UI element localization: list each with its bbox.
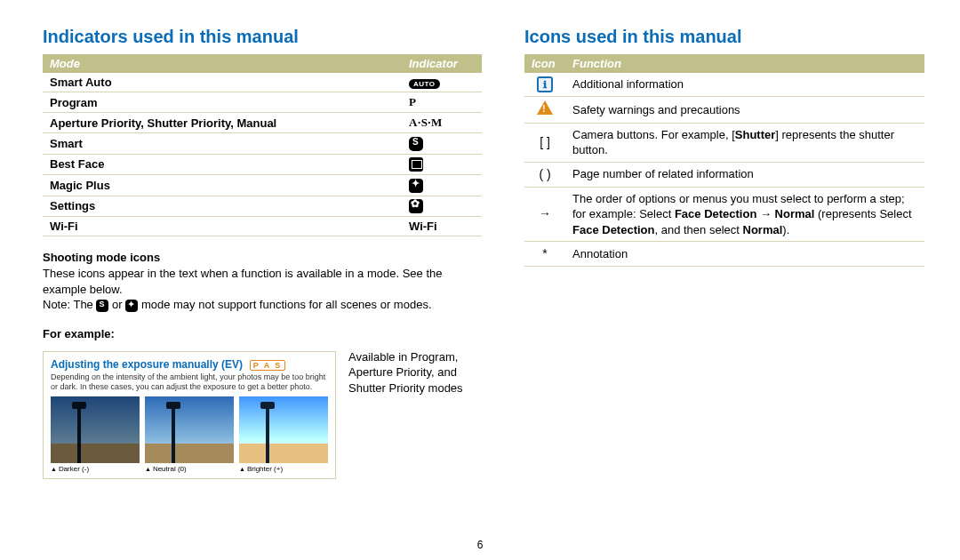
table-row: ProgramP: [43, 92, 482, 113]
left-column: Indicators used in this manual Mode Indi…: [43, 27, 482, 479]
note-mid: or: [112, 298, 125, 311]
shooting-mode-heading: Shooting mode icons: [43, 251, 482, 264]
settings-icon: [409, 199, 423, 213]
function-cell: Page number of related information: [565, 162, 924, 187]
function-cell: Annotation: [565, 242, 924, 267]
symbol-icon: →: [539, 206, 551, 220]
table-row: ( )Page number of related information: [524, 162, 924, 187]
thumb-caption: Neutral (0): [145, 465, 234, 473]
example-subtext: Depending on the intensity of the ambien…: [51, 372, 328, 392]
example-thumb: Darker (-): [51, 396, 140, 473]
th-mode: Mode: [43, 54, 402, 73]
thumb-caption: Darker (-): [51, 465, 140, 473]
example-thumb: Neutral (0): [145, 396, 234, 473]
table-row: Magic Plus: [43, 175, 482, 196]
icon-cell: ( ): [524, 162, 565, 187]
indicator-cell: AUTO: [402, 73, 482, 92]
right-column: Icons used in this manual Icon Function …: [524, 27, 924, 479]
function-cell: Additional information: [565, 73, 924, 97]
mode-cell: Magic Plus: [43, 175, 402, 196]
mode-cell: Best Face: [43, 154, 402, 175]
indicator-cell: Wi-Fi: [402, 217, 482, 236]
function-cell: Safety warnings and precautions: [565, 97, 924, 124]
thumb-caption: Brighter (+): [239, 465, 328, 473]
symbol-icon: [ ]: [540, 135, 550, 149]
th-icon: Icon: [524, 54, 565, 73]
mode-cell: Smart Auto: [43, 73, 402, 92]
icons-table: Icon Function ℹAdditional informationSaf…: [524, 54, 924, 267]
warning-icon: [537, 100, 553, 115]
icon-cell: [ ]: [524, 123, 565, 162]
icon-cell: ℹ: [524, 73, 565, 97]
example-note: Available in Program, Aperture Priority,…: [348, 346, 482, 396]
magicplus-icon: [409, 179, 423, 193]
thumb-image: [51, 396, 140, 463]
table-row: Safety warnings and precautions: [524, 97, 924, 124]
table-row: ℹAdditional information: [524, 73, 924, 97]
mode-cell: Settings: [43, 196, 402, 217]
note-post: mode may not support functions for all s…: [141, 298, 432, 311]
table-row: Settings: [43, 196, 482, 217]
indicator-cell: A·S·M: [402, 113, 482, 133]
mode-glyph: A·S·M: [409, 116, 443, 129]
shooting-mode-note: Note: The or mode may not support functi…: [43, 297, 482, 313]
example-badge: P A S: [250, 360, 286, 371]
table-row: Smart: [43, 133, 482, 155]
table-row: Wi-FiWi-Fi: [43, 217, 482, 236]
icons-heading: Icons used in this manual: [524, 27, 924, 47]
symbol-icon: ( ): [539, 167, 550, 181]
table-row: Aperture Priority, Shutter Priority, Man…: [43, 113, 482, 133]
indicator-cell: [402, 133, 482, 155]
page-number: 6: [0, 539, 960, 551]
magic-plus-icon: [125, 300, 138, 312]
symbol-icon: *: [542, 246, 547, 260]
mode-cell: Wi-Fi: [43, 217, 402, 236]
function-cell: The order of options or menus you must s…: [565, 187, 924, 242]
indicator-cell: [402, 196, 482, 217]
auto-icon: AUTO: [409, 79, 440, 89]
indicator-cell: P: [402, 92, 482, 113]
bestface-icon: [409, 157, 423, 172]
info-icon: ℹ: [537, 76, 553, 92]
mode-cell: Program: [43, 92, 402, 113]
example-box: Adjusting the exposure manually (EV) P A…: [43, 351, 336, 480]
mode-cell: Aperture Priority, Shutter Priority, Man…: [43, 113, 402, 133]
shooting-mode-p1: These icons appear in the text when a fu…: [43, 266, 482, 297]
example-thumb: Brighter (+): [239, 396, 328, 473]
th-function: Function: [565, 54, 924, 73]
table-row: Best Face: [43, 154, 482, 175]
for-example-heading: For example:: [43, 327, 482, 340]
indicators-table: Mode Indicator Smart AutoAUTOProgramPApe…: [43, 54, 482, 236]
smart-icon: [409, 137, 423, 151]
table-row: [ ]Camera buttons. For example, [Shutter…: [524, 123, 924, 162]
indicator-cell: [402, 154, 482, 175]
note-pre: Note: The: [43, 298, 96, 311]
table-row: *Annotation: [524, 242, 924, 267]
indicators-heading: Indicators used in this manual: [43, 27, 482, 47]
icon-cell: [524, 97, 565, 124]
th-indicator: Indicator: [402, 54, 482, 73]
table-row: →The order of options or menus you must …: [524, 187, 924, 242]
thumb-image: [239, 396, 328, 463]
icon-cell: *: [524, 242, 565, 267]
thumb-image: [145, 396, 234, 463]
function-cell: Camera buttons. For example, [Shutter] r…: [565, 123, 924, 162]
mode-glyph: P: [409, 95, 416, 108]
smart-icon: [96, 300, 108, 312]
icon-cell: →: [524, 187, 565, 242]
indicator-cell: [402, 175, 482, 196]
example-thumbs: Darker (-)Neutral (0)Brighter (+): [51, 396, 328, 473]
mode-cell: Smart: [43, 133, 402, 155]
example-title: Adjusting the exposure manually (EV): [51, 358, 243, 371]
table-row: Smart AutoAUTO: [43, 73, 482, 92]
